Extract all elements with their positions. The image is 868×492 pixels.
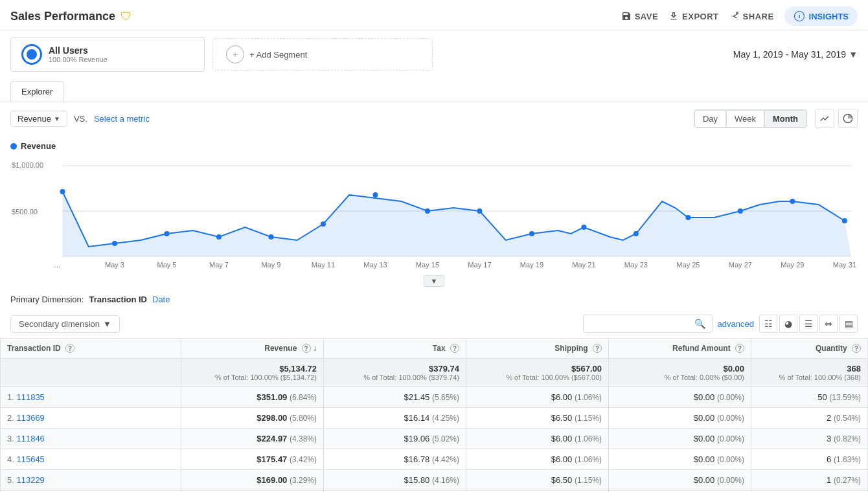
chart-point: [581, 225, 586, 230]
row-2-id-link[interactable]: 113669: [16, 413, 44, 423]
th-refund-info[interactable]: ?: [735, 344, 744, 353]
th-revenue-info[interactable]: ?: [302, 344, 311, 353]
row-5-id-link[interactable]: 113229: [16, 475, 44, 485]
row-3-id-cell: 3. 111846: [1, 429, 181, 449]
total-quantity: 368 % of Total: 100.00% (368): [751, 359, 868, 387]
chart-point: [790, 199, 795, 204]
chart-svg: $1,000.00 $500.00: [10, 156, 858, 273]
row-1-refund: $0.00 (0.00%): [609, 387, 751, 408]
date-dim-link[interactable]: Date: [152, 295, 170, 304]
chart-legend: Revenue: [10, 141, 858, 151]
x-label: May 17: [468, 261, 491, 269]
chart-view-icons: [815, 109, 858, 128]
chart-point: [685, 215, 691, 220]
y-label-500: $500.00: [12, 208, 38, 216]
month-button[interactable]: Month: [764, 110, 806, 128]
row-4-refund: $0.00 (0.00%): [609, 449, 751, 470]
search-icon[interactable]: 🔍: [694, 319, 705, 329]
x-label: ...: [54, 261, 60, 269]
th-tax-info[interactable]: ?: [450, 344, 459, 353]
pie-view-icon[interactable]: ◕: [779, 315, 797, 333]
metric-right: Day Week Month: [694, 109, 858, 128]
row-1-id-link[interactable]: 111835: [16, 392, 44, 402]
metric-left: Revenue ▼ VS. Select a metric: [10, 111, 150, 127]
th-transaction-id-info[interactable]: ?: [65, 344, 74, 353]
secondary-dim-label: Secondary dimension: [19, 319, 100, 329]
segment-sub: 100.00% Revenue: [49, 56, 108, 63]
week-button[interactable]: Week: [726, 110, 764, 128]
expand-chart-button[interactable]: ▼: [10, 273, 858, 289]
share-icon: [729, 11, 740, 21]
row-5-tax: $15.80 (4.16%): [324, 470, 466, 491]
search-input[interactable]: [590, 319, 691, 329]
save-button[interactable]: SAVE: [621, 11, 658, 21]
segment-all-users[interactable]: All Users 100.00% Revenue: [10, 37, 205, 72]
share-button[interactable]: SHARE: [729, 11, 774, 21]
x-label: May 31: [833, 261, 856, 269]
tab-row: Explorer: [0, 78, 868, 102]
row-2-revenue: $298.00 (5.80%): [181, 408, 324, 429]
table-header-row: Transaction ID ? Revenue ? ↓ Tax ? Shipp…: [1, 339, 868, 359]
row-5-id-cell: 5. 113229: [1, 470, 181, 491]
row-4-tax: $16.78 (4.42%): [324, 449, 466, 470]
legend-dot: [10, 143, 17, 150]
bar-view-icon[interactable]: ☰: [799, 315, 817, 333]
chart-point: [425, 208, 430, 214]
row-5-revenue: $169.00 (3.29%): [181, 470, 324, 491]
row-3-qty: 3 (0.82%): [751, 429, 868, 449]
th-shipping-info[interactable]: ?: [593, 344, 602, 353]
row-4-id-link[interactable]: 115645: [16, 454, 44, 464]
totals-row: $5,134.72 % of Total: 100.00% ($5,134.72…: [1, 359, 868, 387]
segments-row: All Users 100.00% Revenue + + Add Segmen…: [0, 30, 868, 78]
add-segment-button[interactable]: + + Add Segment: [212, 38, 433, 71]
chart-point: [477, 208, 482, 214]
total-refund: $0.00 % of Total: 0.00% ($0.00): [609, 359, 751, 387]
row-5-refund: $0.00 (0.00%): [609, 470, 751, 491]
secondary-dimension-dropdown[interactable]: Secondary dimension ▼: [10, 315, 120, 333]
pivot-view-icon[interactable]: ▤: [839, 315, 858, 333]
chart-point: [738, 208, 743, 214]
table-row: 2. 113669 $298.00 (5.80%) $16.14 (4.25%)…: [1, 408, 868, 429]
export-button[interactable]: EXPORT: [668, 11, 718, 21]
segment-info: All Users 100.00% Revenue: [49, 45, 108, 63]
x-label: May 11: [312, 261, 335, 269]
table-row: 5. 113229 $169.00 (3.29%) $15.80 (4.16%)…: [1, 470, 868, 491]
th-revenue: Revenue ? ↓: [181, 339, 324, 359]
row-1-tax: $21.45 (5.65%): [324, 387, 466, 408]
row-3-refund: $0.00 (0.00%): [609, 429, 751, 449]
row-3-id-link[interactable]: 111846: [16, 434, 44, 443]
search-box: 🔍: [583, 315, 713, 333]
date-range-picker[interactable]: May 1, 2019 - May 31, 2019 ▼: [733, 49, 858, 60]
segment-circle: [21, 44, 42, 65]
x-label: May 25: [676, 261, 700, 269]
y-label-1000: $1,000.00: [12, 161, 43, 169]
advanced-link[interactable]: advanced: [718, 319, 754, 329]
grid-view-icon[interactable]: ☷: [759, 315, 777, 333]
table-row: 4. 115645 $175.47 (3.42%) $16.78 (4.42%)…: [1, 449, 868, 470]
segment-name: All Users: [49, 45, 108, 56]
tab-explorer[interactable]: Explorer: [10, 81, 63, 102]
th-quantity: Quantity ?: [751, 339, 868, 359]
row-1-shipping: $6.00 (1.06%): [466, 387, 609, 408]
vs-label: VS.: [74, 114, 87, 124]
row-4-qty: 6 (1.63%): [751, 449, 868, 470]
pie-chart-icon[interactable]: [838, 109, 858, 128]
chart-point: [321, 221, 326, 227]
row-4-revenue: $175.47 (3.42%): [181, 449, 324, 470]
th-quantity-info[interactable]: ?: [852, 344, 861, 353]
compare-view-icon[interactable]: ⇔: [819, 315, 838, 333]
chart-point: [60, 189, 65, 194]
revenue-sort-icon: ↓: [313, 344, 317, 353]
primary-dim-label: Primary Dimension:: [10, 295, 84, 304]
select-metric-link[interactable]: Select a metric: [94, 114, 150, 124]
day-button[interactable]: Day: [694, 110, 726, 128]
th-refund: Refund Amount ?: [609, 339, 751, 359]
metric-dropdown[interactable]: Revenue ▼: [10, 111, 67, 127]
line-chart-icon[interactable]: [815, 109, 834, 128]
insights-button[interactable]: i INSIGHTS: [784, 6, 858, 26]
row-2-tax: $16.14 (4.25%): [324, 408, 466, 429]
chart-point: [529, 231, 534, 236]
row-3-revenue: $224.97 (4.38%): [181, 429, 324, 449]
legend-label: Revenue: [21, 141, 56, 151]
header-left: Sales Performance 🛡: [10, 10, 132, 23]
